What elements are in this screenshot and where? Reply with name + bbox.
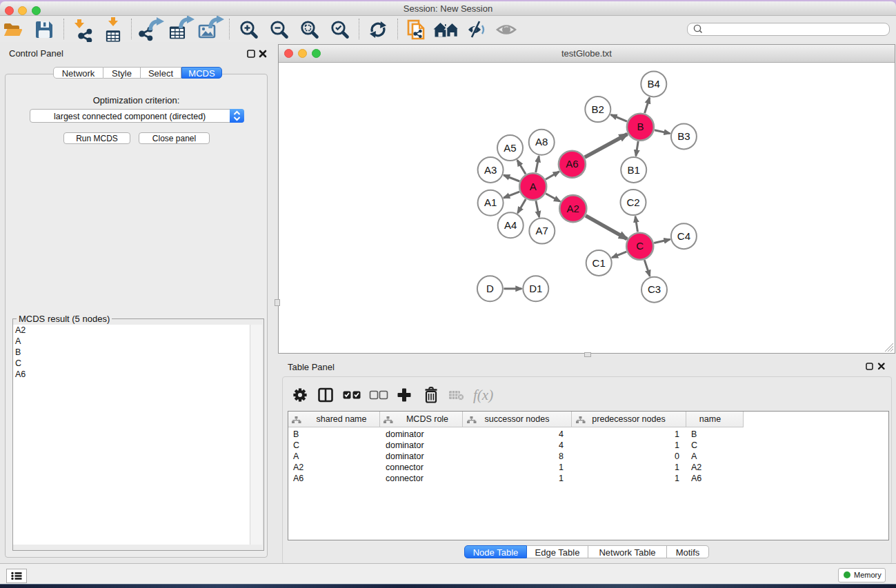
svg-text:C1: C1 [593,257,606,269]
svg-text:C2: C2 [626,196,639,208]
svg-text:A8: A8 [535,136,548,148]
svg-text:B4: B4 [648,78,660,90]
svg-text:A: A [530,181,537,192]
svg-text:f(x): f(x) [473,387,493,403]
svg-text:C: C [636,240,644,252]
svg-text:D: D [486,283,494,294]
svg-text:B3: B3 [677,130,690,142]
svg-text:C3: C3 [648,283,661,295]
svg-text:A6: A6 [566,158,578,170]
svg-text:A1: A1 [484,196,497,208]
svg-text:B1: B1 [628,164,640,176]
svg-text:A5: A5 [504,142,516,154]
svg-text:B: B [637,121,644,132]
svg-text:A3: A3 [484,164,497,176]
svg-text:A2: A2 [567,203,579,214]
svg-text:A7: A7 [536,225,548,236]
svg-text:A4: A4 [504,219,517,231]
svg-text:B2: B2 [592,103,604,115]
svg-text:D1: D1 [529,283,542,294]
svg-text:C4: C4 [677,230,690,242]
